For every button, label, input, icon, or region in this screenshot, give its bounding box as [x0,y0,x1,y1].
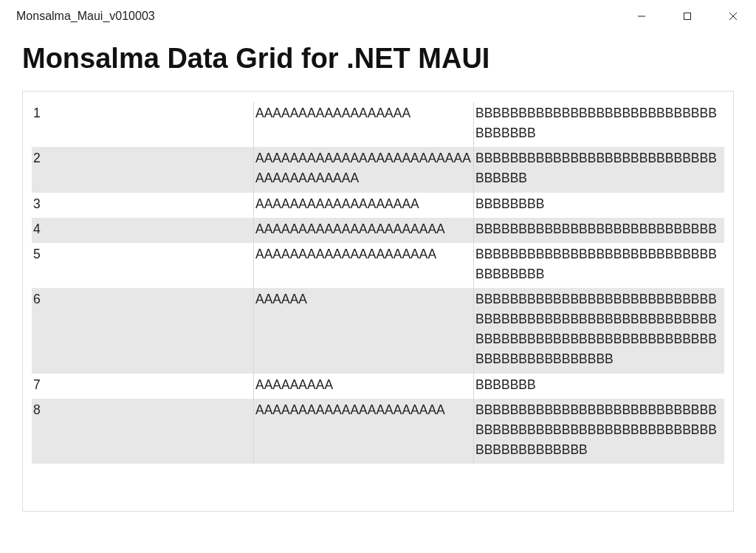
cell-a: AAAAAAAAAAAAAAAAAAAAA [253,243,473,288]
titlebar: Monsalma_Maui_v010003 [0,0,756,32]
cell-b: BBBBBBBBBBBBBBBBBBBBBBBBBBBBBBBBBBBBBBBB… [473,399,724,464]
window-controls [619,0,756,32]
maximize-icon [683,12,692,21]
table-row[interactable]: 6AAAAAABBBBBBBBBBBBBBBBBBBBBBBBBBBBBBBBB… [32,288,724,374]
grid-container: 1AAAAAAAAAAAAAAAAAABBBBBBBBBBBBBBBBBBBBB… [22,91,734,512]
cell-b: BBBBBBBBBBBBBBBBBBBBBBBBBBBBBBBBBBBBBBBB… [473,288,724,374]
cell-id: 4 [32,218,253,243]
cell-a: AAAAAAAAAAAAAAAAAAAAAAAAAAAAAAAAAAAAA [253,147,473,192]
page-title: Monsalma Data Grid for .NET MAUI [0,32,756,91]
cell-id: 6 [32,288,253,374]
svg-rect-1 [684,13,691,20]
cell-b: BBBBBBBB [473,193,724,218]
cell-a: AAAAAA [253,288,473,374]
cell-b: BBBBBBBBBBBBBBBBBBBBBBBBBBBBBBBBBBB [473,102,724,147]
window-title: Monsalma_Maui_v010003 [16,10,155,23]
cell-id: 7 [32,374,253,399]
table-row[interactable]: 7AAAAAAAAABBBBBBB [32,374,724,399]
table-row[interactable]: 1AAAAAAAAAAAAAAAAAABBBBBBBBBBBBBBBBBBBBB… [32,102,724,147]
data-grid[interactable]: 1AAAAAAAAAAAAAAAAAABBBBBBBBBBBBBBBBBBBBB… [32,102,724,511]
table-row[interactable]: 5AAAAAAAAAAAAAAAAAAAAABBBBBBBBBBBBBBBBBB… [32,243,724,288]
cell-id: 1 [32,102,253,147]
grid-scroll-body[interactable]: 1AAAAAAAAAAAAAAAAAABBBBBBBBBBBBBBBBBBBBB… [32,102,724,511]
table-row[interactable]: 2AAAAAAAAAAAAAAAAAAAAAAAAAAAAAAAAAAAAABB… [32,147,724,192]
cell-b: BBBBBBBBBBBBBBBBBBBBBBBBBBBBBBBBBB [473,147,724,192]
app-window: Monsalma_Maui_v010003 Monsalma Data Grid… [0,0,756,553]
maximize-button[interactable] [664,0,710,32]
table-row[interactable]: 8AAAAAAAAAAAAAAAAAAAAAABBBBBBBBBBBBBBBBB… [32,399,724,464]
minimize-icon [637,12,646,21]
cell-a: AAAAAAAAAAAAAAAAAAAAAA [253,399,473,464]
cell-a: AAAAAAAAAAAAAAAAAAAAAA [253,218,473,243]
cell-id: 3 [32,193,253,218]
close-icon [729,12,738,21]
cell-id: 5 [32,243,253,288]
cell-a: AAAAAAAAAAAAAAAAAAA [253,193,473,218]
close-button[interactable] [710,0,756,32]
cell-b: BBBBBBBBBBBBBBBBBBBBBBBBBBBB [473,218,724,243]
minimize-button[interactable] [619,0,664,32]
cell-a: AAAAAAAAAAAAAAAAAA [253,102,473,147]
table-row[interactable]: 4AAAAAAAAAAAAAAAAAAAAAABBBBBBBBBBBBBBBBB… [32,218,724,243]
cell-b: BBBBBBB [473,374,724,399]
cell-id: 8 [32,399,253,464]
cell-b: BBBBBBBBBBBBBBBBBBBBBBBBBBBBBBBBBBBB [473,243,724,288]
cell-a: AAAAAAAAA [253,374,473,399]
cell-id: 2 [32,147,253,192]
table-row[interactable]: 3AAAAAAAAAAAAAAAAAAABBBBBBBB [32,193,724,218]
